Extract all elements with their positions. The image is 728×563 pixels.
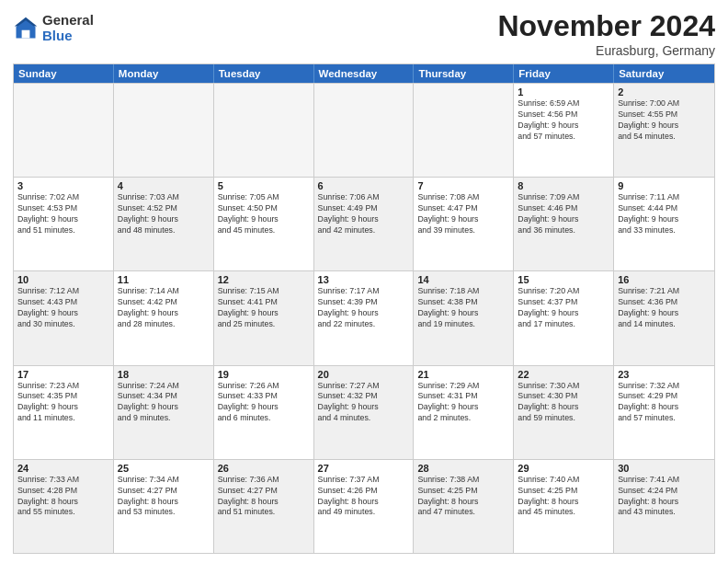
cell-line: Sunrise: 7:09 AM — [518, 192, 609, 203]
cell-line: Sunset: 4:30 PM — [518, 391, 609, 402]
cell-line: Sunset: 4:32 PM — [318, 391, 410, 402]
cell-line: Sunrise: 7:23 AM — [17, 381, 109, 392]
calendar-cell: 13Sunrise: 7:17 AMSunset: 4:39 PMDayligh… — [314, 271, 415, 364]
logo-blue-text: Blue — [42, 29, 94, 44]
cell-line: Sunrise: 7:08 AM — [417, 192, 509, 203]
cell-line: Sunset: 4:27 PM — [218, 486, 310, 497]
calendar-cell: 30Sunrise: 7:41 AMSunset: 4:24 PMDayligh… — [614, 460, 714, 553]
day-number: 18 — [118, 369, 210, 380]
cell-line: Daylight: 8 hours — [618, 402, 711, 413]
day-number: 23 — [618, 369, 711, 380]
calendar-header-friday: Friday — [514, 64, 614, 83]
calendar-cell: 3Sunrise: 7:02 AMSunset: 4:53 PMDaylight… — [14, 178, 114, 270]
cell-line: Daylight: 8 hours — [518, 497, 609, 508]
cell-line: Daylight: 9 hours — [118, 308, 210, 319]
cell-line: Sunrise: 7:14 AM — [118, 286, 210, 297]
logo-general-text: General — [42, 13, 94, 29]
day-number: 10 — [17, 274, 109, 285]
day-number: 7 — [417, 180, 509, 191]
cell-line: Daylight: 9 hours — [518, 121, 609, 132]
cell-line: and 45 minutes. — [218, 225, 310, 236]
calendar-cell: 29Sunrise: 7:40 AMSunset: 4:25 PMDayligh… — [514, 460, 614, 553]
calendar-header-thursday: Thursday — [414, 64, 514, 83]
cell-line: Sunset: 4:37 PM — [518, 297, 609, 308]
calendar-row-2: 3Sunrise: 7:02 AMSunset: 4:53 PMDaylight… — [14, 177, 714, 270]
cell-line: Sunrise: 7:21 AM — [618, 286, 711, 297]
calendar-cell: 26Sunrise: 7:36 AMSunset: 4:27 PMDayligh… — [214, 460, 314, 553]
title-location: Eurasburg, Germany — [497, 43, 715, 58]
calendar-cell — [414, 84, 514, 177]
cell-line: and 45 minutes. — [518, 507, 609, 518]
cell-line: Sunrise: 7:05 AM — [218, 192, 310, 203]
calendar-row-3: 10Sunrise: 7:12 AMSunset: 4:43 PMDayligh… — [14, 270, 714, 364]
cell-line: and 51 minutes. — [218, 507, 310, 518]
cell-line: Daylight: 9 hours — [618, 214, 711, 225]
cell-line: Sunset: 4:36 PM — [618, 297, 711, 308]
cell-line: Daylight: 8 hours — [618, 497, 711, 508]
cell-line: and 54 minutes. — [618, 132, 711, 143]
calendar: SundayMondayTuesdayWednesdayThursdayFrid… — [13, 63, 715, 554]
cell-line: Sunset: 4:28 PM — [17, 486, 109, 497]
cell-line: Sunset: 4:49 PM — [318, 203, 410, 214]
cell-line: Sunset: 4:29 PM — [618, 391, 711, 402]
calendar-cell: 16Sunrise: 7:21 AMSunset: 4:36 PMDayligh… — [614, 271, 714, 364]
cell-line: Daylight: 9 hours — [318, 214, 410, 225]
cell-line: Sunrise: 7:17 AM — [318, 286, 410, 297]
calendar-header-wednesday: Wednesday — [314, 64, 415, 83]
cell-line: Sunrise: 7:26 AM — [218, 381, 310, 392]
cell-line: and 17 minutes. — [518, 319, 609, 330]
cell-line: Sunset: 4:50 PM — [218, 203, 310, 214]
cell-line: Sunrise: 7:38 AM — [417, 475, 509, 486]
cell-line: Daylight: 9 hours — [118, 214, 210, 225]
day-number: 29 — [518, 463, 609, 474]
calendar-cell: 17Sunrise: 7:23 AMSunset: 4:35 PMDayligh… — [14, 366, 114, 459]
cell-line: Daylight: 9 hours — [17, 402, 109, 413]
calendar-header-saturday: Saturday — [614, 64, 714, 83]
cell-line: Daylight: 9 hours — [618, 308, 711, 319]
calendar-cell: 4Sunrise: 7:03 AMSunset: 4:52 PMDaylight… — [114, 178, 214, 270]
cell-line: Sunset: 4:34 PM — [118, 391, 210, 402]
calendar-body: 1Sunrise: 6:59 AMSunset: 4:56 PMDaylight… — [14, 83, 714, 553]
cell-line: and 57 minutes. — [518, 132, 609, 143]
calendar-cell: 9Sunrise: 7:11 AMSunset: 4:44 PMDaylight… — [614, 178, 714, 270]
cell-line: Sunrise: 7:29 AM — [417, 381, 509, 392]
cell-line: and 4 minutes. — [318, 413, 410, 424]
cell-line: Daylight: 9 hours — [218, 308, 310, 319]
calendar-cell: 6Sunrise: 7:06 AMSunset: 4:49 PMDaylight… — [314, 178, 415, 270]
cell-line: and 2 minutes. — [417, 413, 509, 424]
calendar-cell: 8Sunrise: 7:09 AMSunset: 4:46 PMDaylight… — [514, 178, 614, 270]
cell-line: and 25 minutes. — [218, 319, 310, 330]
cell-line: Daylight: 9 hours — [417, 308, 509, 319]
cell-line: and 53 minutes. — [118, 507, 210, 518]
logo-icon — [13, 16, 39, 41]
day-number: 12 — [218, 274, 310, 285]
cell-line: and 19 minutes. — [417, 319, 509, 330]
calendar-cell — [214, 84, 314, 177]
cell-line: Sunrise: 7:15 AM — [218, 286, 310, 297]
calendar-cell: 20Sunrise: 7:27 AMSunset: 4:32 PMDayligh… — [314, 366, 415, 459]
calendar-cell: 22Sunrise: 7:30 AMSunset: 4:30 PMDayligh… — [514, 366, 614, 459]
cell-line: Sunset: 4:53 PM — [17, 203, 109, 214]
cell-line: Sunset: 4:25 PM — [417, 486, 509, 497]
cell-line: and 6 minutes. — [218, 413, 310, 424]
calendar-cell: 14Sunrise: 7:18 AMSunset: 4:38 PMDayligh… — [414, 271, 514, 364]
cell-line: Sunset: 4:27 PM — [118, 486, 210, 497]
cell-line: and 47 minutes. — [417, 507, 509, 518]
title-block: November 2024 Eurasburg, Germany — [497, 9, 715, 58]
cell-line: and 39 minutes. — [417, 225, 509, 236]
cell-line: Daylight: 9 hours — [17, 308, 109, 319]
day-number: 1 — [518, 86, 609, 98]
cell-line: and 30 minutes. — [17, 319, 109, 330]
day-number: 27 — [318, 463, 410, 474]
cell-line: Sunrise: 7:03 AM — [118, 192, 210, 203]
cell-line: Sunset: 4:55 PM — [618, 109, 711, 121]
day-number: 3 — [17, 180, 109, 191]
cell-line: and 42 minutes. — [318, 225, 410, 236]
cell-line: Sunrise: 7:20 AM — [518, 286, 609, 297]
cell-line: Daylight: 9 hours — [417, 214, 509, 225]
cell-line: Sunset: 4:42 PM — [118, 297, 210, 308]
day-number: 9 — [618, 180, 711, 191]
day-number: 19 — [218, 369, 310, 380]
calendar-row-4: 17Sunrise: 7:23 AMSunset: 4:35 PMDayligh… — [14, 365, 714, 459]
cell-line: Sunrise: 7:06 AM — [318, 192, 410, 203]
